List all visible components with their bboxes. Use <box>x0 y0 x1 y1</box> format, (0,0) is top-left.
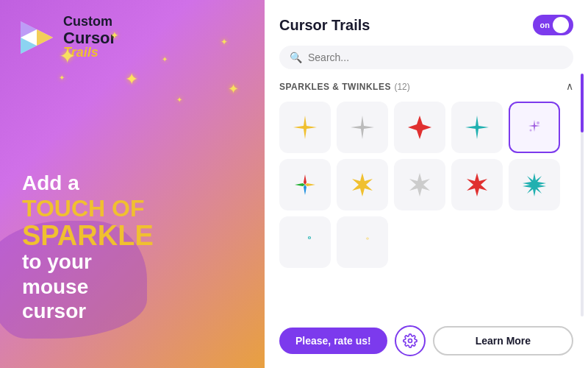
sparkle-icon-2: ✦ <box>110 29 119 41</box>
svg-point-4 <box>537 121 539 124</box>
cursor-cell-selected-sparkle[interactable] <box>509 102 560 153</box>
right-panel: Cursor Trails on 🔍 SPARKLES & TWINKLES (… <box>265 0 588 368</box>
rate-button[interactable]: Please, rate us! <box>279 328 387 354</box>
tagline-line6: cursor <box>22 299 154 324</box>
bottom-bar: Please, rate us! Learn More <box>279 325 573 356</box>
scroll-thumb <box>581 74 584 132</box>
scrollbar[interactable] <box>581 74 584 316</box>
sparkle-icon-5: ✦ <box>220 37 228 47</box>
svg-marker-3 <box>37 29 53 46</box>
cursor-cell-red-star[interactable] <box>451 159 503 210</box>
learn-more-button[interactable]: Learn More <box>433 326 573 355</box>
grid-row-3 <box>279 216 573 268</box>
tagline-line3: SPARKLE <box>22 222 154 250</box>
cursor-cell-moon-light[interactable] <box>337 216 388 268</box>
cursor-cell-gray-star[interactable] <box>337 102 388 153</box>
gear-button[interactable] <box>395 325 426 356</box>
cursor-cell-gray-burst[interactable] <box>394 159 445 210</box>
search-icon: 🔍 <box>290 52 302 63</box>
cursor-cell-multi-star[interactable] <box>279 159 331 210</box>
cursor-cell-red-diamond[interactable] <box>394 102 445 153</box>
grid-row-1 <box>279 102 573 153</box>
toggle-switch[interactable]: on <box>533 15 573 35</box>
section-count: (12) <box>394 82 409 92</box>
svg-point-5 <box>530 130 532 132</box>
search-bar[interactable]: 🔍 <box>279 46 573 69</box>
sparkle-icon-4: ✦ <box>125 70 138 89</box>
section-header: SPARKLES & TWINKLES (12) ∧ <box>279 79 573 93</box>
sparkle-icon-6: ✦ <box>228 81 239 97</box>
cursor-cell-gold-star[interactable] <box>279 102 331 153</box>
tagline-line1: Add a <box>22 171 154 196</box>
svg-point-8 <box>408 339 412 343</box>
cursor-grid <box>279 102 573 315</box>
cursor-cell-yellow-burst[interactable] <box>337 159 388 210</box>
left-panel: ✦ ✦ ✦ ✦ ✦ ✦ ✦ ✦ Custom Cursor Trails Add… <box>0 0 265 368</box>
tagline-line4: to your <box>22 250 154 275</box>
cursor-cell-moon-dark[interactable] <box>279 216 331 268</box>
section-name: SPARKLES & TWINKLES <box>279 82 391 92</box>
panel-title: Cursor Trails <box>279 17 370 34</box>
search-input[interactable] <box>308 52 563 63</box>
logo-custom: Custom <box>63 15 116 29</box>
logo-icon <box>18 18 56 57</box>
section-label: SPARKLES & TWINKLES (12) <box>279 79 410 93</box>
cursor-cell-teal-star8[interactable] <box>509 159 560 210</box>
sparkle-icon-3: ✦ <box>162 55 168 63</box>
sparkle-icon-1: ✦ <box>59 44 76 68</box>
cursor-cell-teal-star[interactable] <box>451 102 503 153</box>
main-tagline: Add a TOUCH OF SPARKLE to your mouse cur… <box>22 171 154 324</box>
panel-header: Cursor Trails on <box>279 15 573 35</box>
tagline-line5: mouse <box>22 275 154 300</box>
toggle-label: on <box>540 21 550 29</box>
grid-row-2 <box>279 159 573 210</box>
sparkle-icon-8: ✦ <box>59 74 65 82</box>
toggle-knob <box>553 17 569 33</box>
chevron-up-icon[interactable]: ∧ <box>566 80 573 92</box>
sparkle-icon-7: ✦ <box>176 96 182 104</box>
tagline-line2: TOUCH OF <box>22 196 154 222</box>
